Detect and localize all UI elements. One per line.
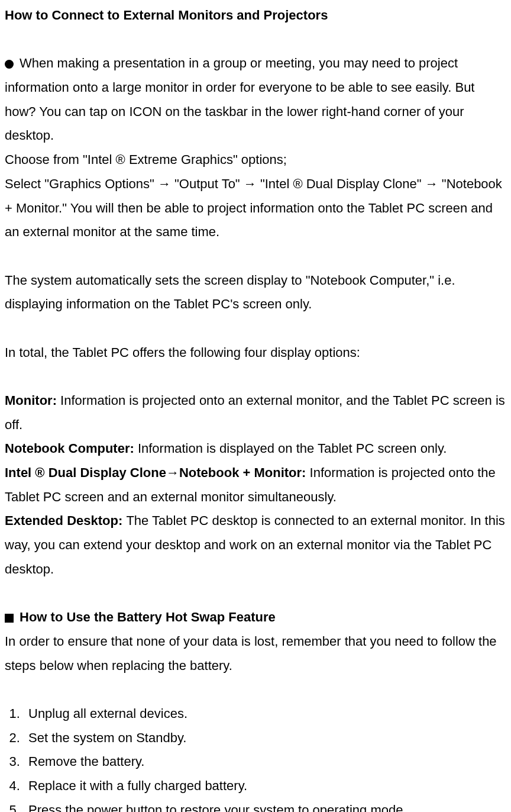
option-text: Information is projected onto an externa… — [5, 393, 505, 432]
list-item: Remove the battery. — [24, 750, 506, 774]
battery-title-text: How to Use the Battery Hot Swap Feature — [20, 610, 276, 624]
list-item: Set the system on Standby. — [24, 726, 506, 750]
battery-heading: How to Use the Battery Hot Swap Feature — [5, 605, 506, 630]
battery-intro: In order to ensure that none of your dat… — [5, 630, 506, 678]
intro-paragraph: When making a presentation in a group or… — [5, 51, 506, 148]
option-label: Notebook Computer: — [5, 441, 138, 456]
list-item: Press the power button to restore your s… — [24, 798, 506, 812]
option-notebook: Notebook Computer: Information is displa… — [5, 437, 506, 461]
option-dual-clone: Intel ® Dual Display Clone→Notebook + Mo… — [5, 461, 506, 509]
auto-set-line: The system automatically sets the screen… — [5, 269, 506, 317]
battery-steps-list: Unplug all external devices. Set the sys… — [5, 702, 506, 812]
total-options-line: In total, the Tablet PC offers the follo… — [5, 341, 506, 365]
option-text: Information is displayed on the Tablet P… — [138, 441, 447, 456]
option-label: Intel ® Dual Display Clone→Notebook + Mo… — [5, 465, 310, 480]
option-extended: Extended Desktop: The Tablet PC desktop … — [5, 509, 506, 581]
option-monitor: Monitor: Information is projected onto a… — [5, 389, 506, 437]
choose-line: Choose from "Intel ® Extreme Graphics" o… — [5, 148, 506, 172]
option-label: Extended Desktop: — [5, 513, 126, 528]
list-item: Replace it with a fully charged battery. — [24, 774, 506, 798]
option-label: Monitor: — [5, 393, 60, 408]
bullet-circle-icon — [5, 60, 14, 69]
bullet-square-icon — [5, 614, 14, 623]
page-heading: How to Connect to External Monitors and … — [5, 4, 506, 28]
list-item: Unplug all external devices. — [24, 702, 506, 726]
select-line: Select "Graphics Options" → "Output To" … — [5, 172, 506, 244]
intro-text: When making a presentation in a group or… — [5, 56, 474, 143]
